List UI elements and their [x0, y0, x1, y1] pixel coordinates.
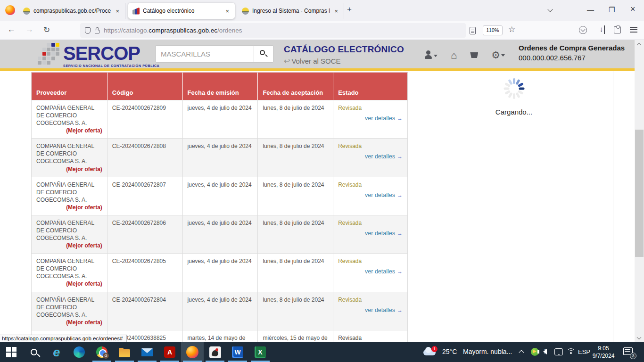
weather-alert-badge: 1 [431, 346, 438, 352]
weather-condition-label[interactable]: Mayorm. nubla... [463, 348, 512, 355]
edge-icon [74, 346, 85, 358]
tab-ingreso-sistema[interactable]: Ingreso al Sistema - Compras P × [238, 3, 344, 19]
orders-table-header: Proveedor Código Fecha de emisión Fecha … [32, 73, 408, 100]
clock-widget[interactable]: 9:05 9/7/2024 [591, 345, 616, 360]
firefox-app-icon[interactable] [5, 5, 15, 15]
forward-button[interactable]: → [25, 25, 33, 34]
taskbar-ie-button[interactable]: e [45, 342, 68, 362]
loading-text: Cargando... [479, 108, 549, 116]
folder-icon [119, 349, 130, 357]
status-cell: Revisada ver detalles→ [333, 330, 408, 342]
lock-icon[interactable] [95, 30, 99, 33]
catalog-search [156, 45, 273, 63]
search-button[interactable] [254, 45, 273, 63]
temperature-label[interactable]: 25°C [442, 348, 457, 355]
taskbar-explorer-button[interactable] [113, 342, 136, 362]
cart-button[interactable] [470, 51, 478, 60]
ver-detalles-link[interactable]: ver detalles [365, 230, 395, 237]
tab-close-icon[interactable]: × [224, 8, 231, 15]
bookmark-star-icon[interactable]: ☆ [508, 25, 515, 34]
issue-date-cell: jueves, 4 de julio de 2024 [183, 177, 258, 215]
orders-counter: Ordenes de Compra Generadas 000.000.002.… [519, 44, 625, 62]
provider-cell: COMPAÑIA GENERAL DE COMERCIO COGECOMSA S… [32, 177, 107, 215]
zoom-level-badge[interactable]: 110% [483, 25, 503, 35]
home-button[interactable]: ⌂ [451, 51, 457, 60]
tracking-shield-icon[interactable] [85, 27, 91, 34]
tab-close-icon[interactable]: × [333, 8, 339, 15]
gear-icon: ⚙ [491, 49, 500, 60]
reader-mode-icon[interactable] [470, 27, 476, 34]
table-row: COMPAÑIA GENERAL DE COMERCIO COGECOMSA S… [32, 254, 408, 292]
sercop-logo[interactable]: SERCOP SERVICIO NACIONAL DE CONTRATACIÓN… [38, 43, 159, 67]
volume-icon[interactable] [543, 349, 547, 354]
weather-widget[interactable]: 1 [423, 346, 438, 358]
logo-title: SERCOP [63, 44, 159, 63]
code-cell: CE-20240002672806 [107, 215, 183, 253]
taskbar-chrome-button[interactable]: G [91, 342, 113, 362]
url-bar[interactable]: https://catalogo.compraspublicas.gob.ec/… [80, 23, 466, 38]
scrollbar-thumb[interactable] [635, 130, 644, 257]
status-bar-link: https://catalogo.compraspublicas.gob.ec/… [0, 335, 127, 342]
taskbar-firefox-button[interactable] [181, 342, 204, 362]
search-icon [31, 349, 37, 355]
taskbar-acrobat-button[interactable]: A [158, 342, 181, 362]
accept-date-cell: lunes, 8 de julio de 2024 [258, 139, 333, 176]
back-button[interactable]: ← [8, 25, 16, 34]
tab-close-icon[interactable]: × [114, 8, 121, 15]
taskbar-java-app-button[interactable] [204, 342, 226, 362]
menu-icon[interactable] [630, 27, 637, 28]
search-icon [260, 50, 265, 55]
tab-catalogo-electronico[interactable]: Catálogo electrónico × [128, 3, 235, 19]
start-button[interactable] [0, 342, 23, 362]
tab-list-chevron-icon[interactable] [547, 7, 553, 12]
status-badge: Revisada [338, 296, 403, 304]
page-scrollbar[interactable] [635, 40, 644, 342]
taskbar-excel-button[interactable]: X [249, 342, 272, 362]
provider-cell: COMPAÑIA GENERAL DE COMERCIO COGECOMSA S… [32, 292, 107, 330]
taskbar-mail-button[interactable] [136, 342, 158, 362]
issue-date-cell: jueves, 4 de julio de 2024 [183, 139, 258, 176]
ver-detalles-link[interactable]: ver detalles [365, 307, 395, 313]
ver-detalles-link[interactable]: ver detalles [365, 192, 395, 198]
accept-date-cell: lunes, 8 de julio de 2024 [258, 215, 333, 253]
arrow-right-icon: → [397, 230, 403, 237]
display-tray-icon[interactable] [554, 348, 563, 355]
new-tab-button[interactable]: + [347, 5, 352, 14]
extensions-icon[interactable] [614, 26, 621, 33]
catalogo-favicon-icon [132, 8, 140, 15]
search-input[interactable] [156, 45, 254, 63]
accept-date-cell: lunes, 8 de julio de 2024 [258, 292, 333, 330]
scroll-down-icon[interactable] [637, 335, 642, 340]
volver-soce-link[interactable]: ↩Volver al SOCE [284, 57, 404, 66]
java-app-icon [209, 346, 221, 358]
tray-expand-chevron-icon[interactable] [519, 350, 524, 355]
taskbar-edge-button[interactable] [68, 342, 91, 362]
page-title: CATÁLOGO ELECTRÓNICO [284, 44, 404, 55]
taskbar-search-button[interactable] [23, 342, 45, 362]
chrome-icon: G [96, 346, 107, 358]
language-indicator[interactable]: ESP [578, 348, 590, 355]
caret-down-icon [434, 55, 438, 57]
ver-detalles-link[interactable]: ver detalles [365, 153, 395, 160]
provider-cell: COMPAÑIA GENERAL DE COMERCIO COGECOMSA S… [32, 100, 107, 138]
user-menu-button[interactable] [424, 50, 438, 61]
browser-navbar: ← → ↻ https://catalogo.compraspublicas.g… [0, 21, 644, 40]
ver-detalles-link[interactable]: ver detalles [365, 268, 395, 275]
settings-menu-button[interactable]: ⚙ [491, 51, 505, 60]
taskbar-word-button[interactable]: W [226, 342, 249, 362]
arrow-right-icon: → [397, 115, 403, 122]
ver-detalles-link[interactable]: ver detalles [365, 115, 395, 122]
window-close-button[interactable]: × [630, 4, 636, 14]
scroll-up-icon[interactable] [637, 43, 642, 48]
orders-table: Proveedor Código Fecha de emisión Fecha … [31, 72, 408, 342]
reload-button[interactable]: ↻ [43, 25, 50, 35]
window-maximize-button[interactable]: ❐ [609, 6, 615, 14]
downloads-icon[interactable]: ← [596, 25, 605, 34]
best-offer-label: (Mejor oferta) [66, 280, 102, 288]
wifi-icon[interactable] [567, 348, 575, 355]
pocket-icon[interactable] [579, 26, 587, 34]
window-minimize-button[interactable]: — [587, 6, 594, 14]
tab-title: compraspublicas.gob.ec/Proce [33, 8, 111, 14]
column-header: Proveedor [32, 73, 107, 100]
tab-compraspublicas[interactable]: compraspublicas.gob.ec/Proce × [19, 3, 125, 19]
